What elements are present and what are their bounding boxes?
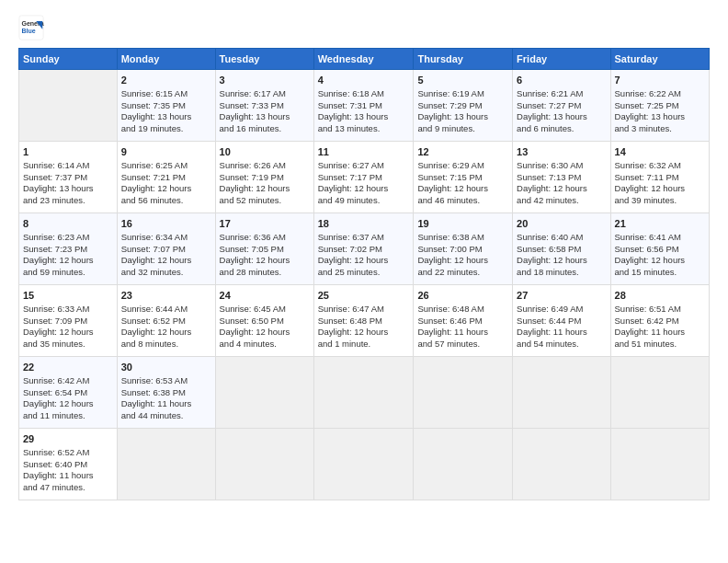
day-number: 8 bbox=[23, 217, 113, 231]
day-info: Daylight: 12 hours bbox=[615, 183, 705, 195]
day-info: Sunset: 7:02 PM bbox=[318, 244, 410, 256]
day-number: 18 bbox=[318, 217, 410, 231]
day-info: Sunset: 7:25 PM bbox=[615, 100, 705, 112]
day-info: and 28 minutes. bbox=[220, 267, 310, 279]
day-number: 23 bbox=[121, 289, 211, 303]
day-info: Sunset: 6:54 PM bbox=[23, 387, 113, 399]
day-info: Sunset: 7:21 PM bbox=[121, 172, 211, 184]
day-number: 15 bbox=[23, 289, 113, 303]
day-info: and 47 minutes. bbox=[23, 482, 113, 494]
day-info: and 6 minutes. bbox=[517, 123, 606, 135]
day-info: Sunrise: 6:29 AM bbox=[417, 160, 508, 172]
day-number: 14 bbox=[615, 145, 705, 159]
day-info: Sunrise: 6:15 AM bbox=[121, 88, 211, 100]
day-info: Sunset: 6:44 PM bbox=[517, 316, 606, 327]
calendar-cell: 13Sunrise: 6:30 AMSunset: 7:13 PMDayligh… bbox=[513, 142, 610, 213]
day-info: Daylight: 11 hours bbox=[615, 327, 705, 339]
day-number: 19 bbox=[417, 217, 508, 231]
day-number: 2 bbox=[121, 74, 211, 87]
calendar-week-3: 15Sunrise: 6:33 AMSunset: 7:09 PMDayligh… bbox=[19, 285, 710, 357]
calendar-week-4: 22Sunrise: 6:42 AMSunset: 6:54 PMDayligh… bbox=[19, 357, 710, 429]
day-info: Daylight: 13 hours bbox=[417, 111, 508, 123]
day-number: 1 bbox=[23, 145, 113, 159]
day-info: Daylight: 12 hours bbox=[121, 255, 211, 267]
day-info: Daylight: 12 hours bbox=[318, 183, 410, 195]
day-number: 10 bbox=[220, 145, 310, 159]
day-info: Sunrise: 6:40 AM bbox=[517, 232, 606, 244]
day-number: 22 bbox=[23, 361, 113, 374]
day-info: Daylight: 12 hours bbox=[121, 327, 211, 339]
calendar-cell: 17Sunrise: 6:36 AMSunset: 7:05 PMDayligh… bbox=[215, 213, 313, 285]
day-number: 3 bbox=[220, 74, 310, 87]
day-info: Sunrise: 6:49 AM bbox=[517, 304, 606, 316]
day-info: and 8 minutes. bbox=[121, 339, 211, 350]
day-info: Sunset: 7:27 PM bbox=[517, 100, 606, 112]
day-number: 24 bbox=[220, 289, 310, 303]
calendar-cell: 28Sunrise: 6:51 AMSunset: 6:42 PMDayligh… bbox=[610, 285, 709, 357]
day-number: 7 bbox=[615, 74, 705, 87]
day-number: 5 bbox=[417, 74, 508, 87]
day-info: Sunrise: 6:42 AM bbox=[23, 375, 113, 387]
day-info: and 52 minutes. bbox=[220, 195, 310, 207]
day-info: Daylight: 12 hours bbox=[23, 255, 113, 267]
day-info: Daylight: 12 hours bbox=[23, 327, 113, 339]
col-sunday: Sunday bbox=[19, 49, 118, 70]
day-info: Daylight: 12 hours bbox=[220, 255, 310, 267]
calendar-cell: 25Sunrise: 6:47 AMSunset: 6:48 PMDayligh… bbox=[313, 285, 414, 357]
calendar-cell: 22Sunrise: 6:42 AMSunset: 6:54 PMDayligh… bbox=[19, 357, 118, 429]
calendar-cell bbox=[610, 357, 709, 429]
day-info: Sunrise: 6:21 AM bbox=[517, 88, 606, 100]
svg-text:Blue: Blue bbox=[22, 28, 36, 34]
day-info: Sunset: 7:00 PM bbox=[417, 244, 508, 256]
day-number: 9 bbox=[121, 145, 211, 159]
day-number: 6 bbox=[517, 74, 606, 87]
calendar-cell bbox=[414, 357, 513, 429]
calendar-cell: 20Sunrise: 6:40 AMSunset: 6:58 PMDayligh… bbox=[513, 213, 610, 285]
day-info: Sunrise: 6:17 AM bbox=[220, 88, 310, 100]
day-info: Sunset: 6:42 PM bbox=[615, 316, 705, 327]
day-info: Daylight: 12 hours bbox=[417, 255, 508, 267]
day-info: and 13 minutes. bbox=[318, 123, 410, 135]
day-info: and 46 minutes. bbox=[417, 195, 508, 207]
calendar-cell bbox=[610, 429, 709, 500]
day-info: and 4 minutes. bbox=[220, 339, 310, 350]
day-info: Sunrise: 6:19 AM bbox=[417, 88, 508, 100]
day-info: and 23 minutes. bbox=[23, 195, 113, 207]
calendar-week-2: 8Sunrise: 6:23 AMSunset: 7:23 PMDaylight… bbox=[19, 213, 710, 285]
day-number: 17 bbox=[220, 217, 310, 231]
day-info: Sunset: 6:46 PM bbox=[417, 316, 508, 327]
day-info: Daylight: 12 hours bbox=[220, 183, 310, 195]
calendar-week-0: 2Sunrise: 6:15 AMSunset: 7:35 PMDaylight… bbox=[19, 70, 710, 142]
day-info: and 11 minutes. bbox=[23, 410, 113, 422]
day-info: Sunrise: 6:34 AM bbox=[121, 232, 211, 244]
day-info: Sunset: 7:15 PM bbox=[417, 172, 508, 184]
day-info: Sunset: 7:05 PM bbox=[220, 244, 310, 256]
day-info: Daylight: 12 hours bbox=[615, 255, 705, 267]
day-info: Daylight: 13 hours bbox=[23, 183, 113, 195]
day-info: and 57 minutes. bbox=[417, 339, 508, 350]
logo: General Blue bbox=[18, 15, 48, 40]
day-info: and 9 minutes. bbox=[417, 123, 508, 135]
day-number: 13 bbox=[517, 145, 606, 159]
day-info: Sunset: 7:09 PM bbox=[23, 316, 113, 327]
day-info: and 32 minutes. bbox=[121, 267, 211, 279]
day-info: Daylight: 13 hours bbox=[517, 111, 606, 123]
calendar-cell: 23Sunrise: 6:44 AMSunset: 6:52 PMDayligh… bbox=[117, 285, 215, 357]
col-friday: Friday bbox=[513, 49, 610, 70]
calendar-cell: 26Sunrise: 6:48 AMSunset: 6:46 PMDayligh… bbox=[414, 285, 513, 357]
calendar-cell: 9Sunrise: 6:25 AMSunset: 7:21 PMDaylight… bbox=[117, 142, 215, 213]
day-info: Sunrise: 6:41 AM bbox=[615, 232, 705, 244]
calendar-cell: 11Sunrise: 6:27 AMSunset: 7:17 PMDayligh… bbox=[313, 142, 414, 213]
day-info: and 25 minutes. bbox=[318, 267, 410, 279]
day-info: Sunset: 6:56 PM bbox=[615, 244, 705, 256]
day-info: Sunset: 6:50 PM bbox=[220, 316, 310, 327]
calendar-week-1: 1Sunrise: 6:14 AMSunset: 7:37 PMDaylight… bbox=[19, 142, 710, 213]
day-info: and 1 minute. bbox=[318, 339, 410, 350]
day-info: and 44 minutes. bbox=[121, 410, 211, 422]
day-info: and 18 minutes. bbox=[517, 267, 606, 279]
day-info: Sunrise: 6:23 AM bbox=[23, 232, 113, 244]
calendar-cell: 1Sunrise: 6:14 AMSunset: 7:37 PMDaylight… bbox=[19, 142, 118, 213]
calendar-cell bbox=[313, 357, 414, 429]
calendar-cell bbox=[19, 70, 118, 142]
day-info: Daylight: 12 hours bbox=[517, 255, 606, 267]
